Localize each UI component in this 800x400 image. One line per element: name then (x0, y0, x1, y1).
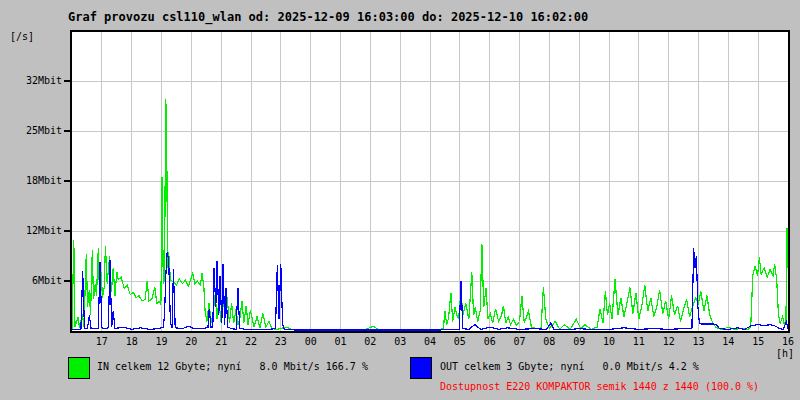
x-tick-label: 20 (176, 336, 206, 348)
legend-out-swatch (410, 357, 432, 379)
x-tick-label: 18 (117, 336, 147, 348)
x-tick-label: 06 (475, 336, 505, 348)
x-tick-label: 14 (713, 336, 743, 348)
y-tick-label: 25Mbit (0, 125, 62, 137)
y-tick-mark (64, 230, 71, 232)
y-tick-label: 6Mbit (0, 275, 62, 287)
y-tick-label: 32Mbit (0, 75, 62, 87)
y-axis-unit-label: [/s] (10, 31, 34, 42)
x-tick-label: 04 (415, 336, 445, 348)
legend-in-label: IN celkem 12 Gbyte; nyní 8.0 Mbit/s 166.… (97, 361, 368, 372)
y-tick-label: 12Mbit (0, 225, 62, 237)
x-tick-label: 21 (206, 336, 236, 348)
x-axis-unit-label: [h] (764, 348, 794, 359)
x-tick-label: 08 (534, 336, 564, 348)
x-tick-label: 15 (743, 336, 773, 348)
traffic-chart-canvas (72, 32, 788, 331)
plot-area (70, 30, 790, 333)
graph-title: Graf provozu csl110_wlan od: 2025-12-09 … (68, 10, 588, 24)
y-tick-mark (64, 280, 71, 282)
x-tick-label: 17 (87, 336, 117, 348)
x-tick-label: 22 (236, 336, 266, 348)
x-tick-label: 23 (266, 336, 296, 348)
x-tick-label: 12 (654, 336, 684, 348)
x-tick-label: 19 (147, 336, 177, 348)
x-tick-label: 09 (564, 336, 594, 348)
legend-in-swatch (68, 357, 90, 379)
mrtg-graph-page: { "chart_data": { "type": "line", "title… (0, 0, 800, 400)
x-tick-label: 02 (355, 336, 385, 348)
x-tick-label: 07 (505, 336, 535, 348)
legend-out-label: OUT celkem 3 Gbyte; nyní 0.0 Mbit/s 4.2 … (440, 361, 699, 372)
x-tick-label: 10 (594, 336, 624, 348)
y-tick-mark (64, 80, 71, 82)
x-tick-label: 16 (773, 336, 800, 348)
x-tick-label: 13 (684, 336, 714, 348)
x-tick-label: 01 (326, 336, 356, 348)
x-tick-label: 00 (296, 336, 326, 348)
x-tick-label: 11 (624, 336, 654, 348)
y-tick-label: 18Mbit (0, 175, 62, 187)
x-tick-label: 05 (445, 336, 475, 348)
y-tick-mark (64, 180, 71, 182)
x-tick-label: 03 (385, 336, 415, 348)
availability-text: Dostupnost E220 KOMPAKTOR semik 1440 z 1… (440, 381, 759, 392)
y-tick-mark (64, 130, 71, 132)
